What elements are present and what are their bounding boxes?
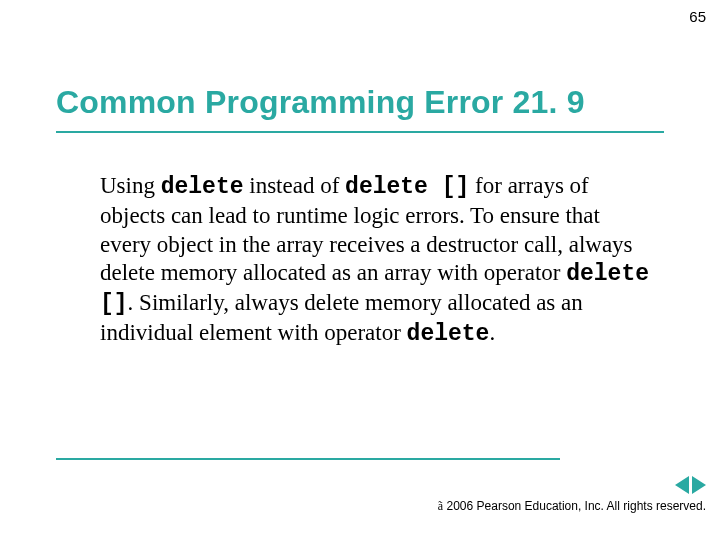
code-delete-1: delete (161, 174, 244, 200)
title-rule (56, 131, 664, 133)
body-t1: Using (100, 173, 161, 198)
code-delete-brackets-1: delete [] (345, 174, 469, 200)
code-delete-2: delete (407, 321, 490, 347)
slide: 65 Common Programming Error 21. 9 Using … (0, 0, 720, 540)
body-t2: instead of (244, 173, 346, 198)
nav-arrows (675, 476, 706, 494)
next-arrow-icon[interactable] (692, 476, 706, 494)
slide-title: Common Programming Error 21. 9 (56, 84, 664, 131)
footer-text: 2006 Pearson Education, Inc. All rights … (443, 499, 706, 513)
body-t5: . (489, 320, 495, 345)
footer: ã 2006 Pearson Education, Inc. All right… (438, 499, 706, 514)
title-block: Common Programming Error 21. 9 (56, 84, 664, 133)
page-number: 65 (689, 8, 706, 25)
body-t4: . Similarly, always delete memory alloca… (100, 290, 583, 345)
prev-arrow-icon[interactable] (675, 476, 689, 494)
body-text: Using delete instead of delete [] for ar… (100, 172, 650, 349)
bottom-rule (56, 458, 560, 460)
